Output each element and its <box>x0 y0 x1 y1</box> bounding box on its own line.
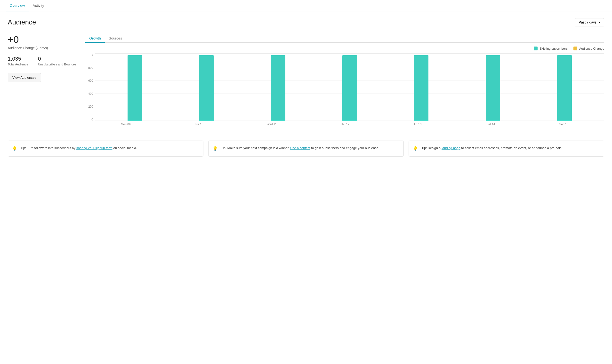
x-label-5: Sat 14 <box>455 123 526 126</box>
bar-group-3 <box>315 53 384 121</box>
chart-container: 1k 800 600 400 200 0 <box>85 53 604 131</box>
chart-legend: Existing subscribers Audience Change <box>85 47 604 51</box>
x-label-1: Tue 10 <box>163 123 234 126</box>
left-stats: +0 Audience Change (7 days) 1,035 Total … <box>8 34 85 131</box>
y-label-600: 600 <box>85 79 93 82</box>
metrics-row: 1,035 Total Audience 0 Unsubscribes and … <box>8 56 85 66</box>
tip-card-1: 💡 Tip: Turn followers into subscribers b… <box>8 141 203 156</box>
tip-bulb-icon-1: 💡 <box>12 146 17 152</box>
page-title: Audience <box>8 18 36 26</box>
legend-existing-color <box>534 47 538 51</box>
bar-existing-1 <box>199 55 214 121</box>
audience-change-value: +0 <box>8 34 85 45</box>
audience-change-label: Audience Change (7 days) <box>8 46 85 50</box>
tip-card-3: 💡 Tip: Design a landing page to collect … <box>409 141 604 156</box>
date-picker-button[interactable]: Past 7 days ▾ <box>575 18 604 26</box>
tab-overview[interactable]: Overview <box>6 0 29 11</box>
tip-bulb-icon-3: 💡 <box>413 146 418 152</box>
chart-tabs: Growth Sources <box>85 34 604 43</box>
legend-existing: Existing subscribers <box>534 47 568 51</box>
top-nav: Overview Activity <box>0 0 612 11</box>
bar-existing-5 <box>486 55 500 121</box>
x-label-0: Mon 09 <box>90 123 161 126</box>
tip-text-2: Tip: Make sure your next campaign is a w… <box>221 146 379 151</box>
y-axis: 1k 800 600 400 200 0 <box>85 53 95 121</box>
bar-group-0 <box>100 53 170 121</box>
x-label-6: Sep 15 <box>528 123 599 126</box>
unsubscribes-value: 0 <box>38 56 76 62</box>
tip-bulb-icon-2: 💡 <box>213 146 218 152</box>
bar-existing-6 <box>557 55 572 121</box>
total-audience-value: 1,035 <box>8 56 28 62</box>
chart-bars-area <box>95 53 604 121</box>
bar-group-1 <box>172 53 241 121</box>
x-label-3: Thu 12 <box>309 123 380 126</box>
tip-link-2[interactable]: Use a contest <box>290 146 310 150</box>
chart-area: 1k 800 600 400 200 0 <box>85 53 604 121</box>
tip-link-3[interactable]: landing page <box>441 146 460 150</box>
stats-section: +0 Audience Change (7 days) 1,035 Total … <box>8 34 604 131</box>
bar-existing-3 <box>342 55 357 121</box>
tips-section: 💡 Tip: Turn followers into subscribers b… <box>8 141 604 156</box>
chevron-down-icon: ▾ <box>599 20 600 24</box>
bar-group-6 <box>530 53 599 121</box>
tip-card-2: 💡 Tip: Make sure your next campaign is a… <box>208 141 404 156</box>
legend-existing-label: Existing subscribers <box>540 47 568 51</box>
bar-existing-2 <box>271 55 285 121</box>
legend-change-color <box>573 47 577 51</box>
tip-text-1: Tip: Turn followers into subscribers by … <box>21 146 137 151</box>
legend-change: Audience Change <box>573 47 604 51</box>
view-audiences-button[interactable]: View Audiences <box>8 73 41 82</box>
y-label-800: 800 <box>85 66 93 70</box>
tip-link-1[interactable]: sharing your signup form <box>76 146 112 150</box>
y-label-400: 400 <box>85 92 93 95</box>
x-label-2: Wed 11 <box>236 123 307 126</box>
total-audience-label: Total Audience <box>8 63 28 66</box>
bar-existing-4 <box>414 55 428 121</box>
tab-sources[interactable]: Sources <box>105 34 126 43</box>
chart-section: Growth Sources Existing subscribers Audi… <box>85 34 604 131</box>
tab-activity[interactable]: Activity <box>29 0 48 11</box>
tab-growth[interactable]: Growth <box>85 34 105 43</box>
x-labels: Mon 09Tue 10Wed 11Thu 12Fri 13Sat 14Sep … <box>85 121 604 126</box>
x-label-4: Fri 13 <box>382 123 453 126</box>
total-audience-block: 1,035 Total Audience <box>8 56 28 66</box>
bar-group-2 <box>243 53 313 121</box>
page-header: Audience Past 7 days ▾ <box>8 18 604 26</box>
tip-text-3: Tip: Design a landing page to collect em… <box>421 146 562 151</box>
bar-group-5 <box>458 53 528 121</box>
y-label-200: 200 <box>85 105 93 108</box>
legend-change-label: Audience Change <box>579 47 604 51</box>
y-label-1k: 1k <box>85 53 93 57</box>
unsubscribes-label: Unsubscribes and Bounces <box>38 63 76 66</box>
y-label-0: 0 <box>85 118 93 121</box>
bar-existing-0 <box>128 55 142 121</box>
bar-group-4 <box>386 53 456 121</box>
bars-row <box>95 53 604 121</box>
unsubscribes-block: 0 Unsubscribes and Bounces <box>38 56 76 66</box>
